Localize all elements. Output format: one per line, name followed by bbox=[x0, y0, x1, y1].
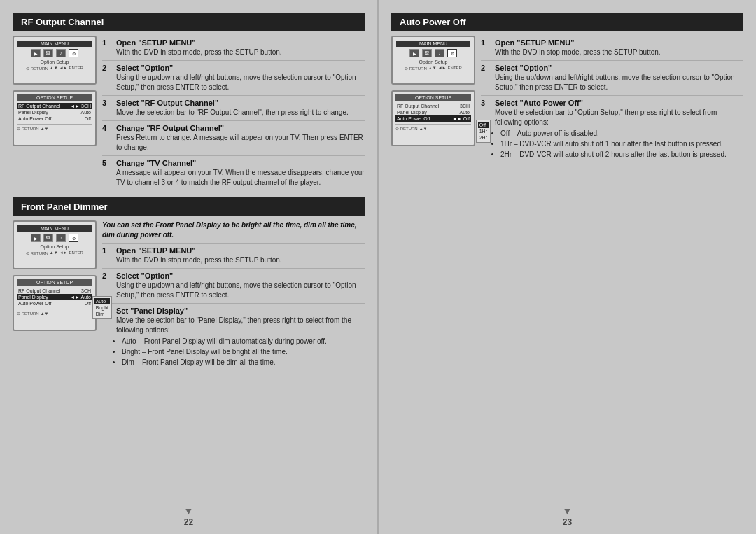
setup-icon-fp: ⚙ bbox=[69, 234, 78, 242]
step-fp-1: 1 Open "SETUP MENU" With the DVD in stop… bbox=[102, 243, 365, 268]
step-title-apo-1: Open "SETUP MENU" bbox=[495, 38, 743, 47]
nav-row-1: ⊙ RETURN▲▼◄►ENTER bbox=[18, 66, 92, 71]
setup-icon-apo: ⚙ bbox=[447, 49, 457, 57]
apo-bullet-1: Off – Auto power off is disabled. bbox=[500, 129, 743, 139]
fp-bullet-2: Bright – Front Panel Display will be bri… bbox=[122, 347, 365, 357]
apo-screens-col: MAIN MENU ▶ 🖼 ♪ ⚙ Option Setup ⊙ RETURN▲… bbox=[391, 36, 475, 163]
photo-icon-apo: 🖼 bbox=[422, 49, 432, 57]
main-menu-label-apo: MAIN MENU bbox=[396, 41, 470, 47]
fp-option-wrap: OPTION SETUP RF Output Channel 3CH Panel… bbox=[13, 275, 97, 331]
step-desc-fp-1: With the DVD in stop mode, press the SET… bbox=[116, 255, 365, 265]
music-icon-1: ♪ bbox=[56, 49, 66, 57]
step-title-apo-3: Select "Auto Power Off" bbox=[495, 99, 743, 107]
option-setup-screen-1: OPTION SETUP RF Output Channel ◄► 3CH Pa… bbox=[13, 90, 97, 146]
main-menu-label-1: MAIN MENU bbox=[18, 41, 92, 47]
step-rf-4: 4 Change "RF Output Channel" Press Retur… bbox=[102, 120, 365, 155]
side-opt-2hr: 2Hr bbox=[478, 134, 489, 141]
option-setup-bar-apo: OPTION SETUP bbox=[396, 94, 471, 101]
fp-italic-note: You can set the Front Panel Display to b… bbox=[102, 220, 365, 240]
tv-icons-row-1: ▶ 🖼 ♪ ⚙ bbox=[18, 49, 92, 57]
apo-bullet-3: 2Hr – DVD-VCR will auto shut off 2 hours… bbox=[500, 150, 743, 160]
left-page: RF Output Channel MAIN MENU ▶ 🖼 ♪ ⚙ Opti… bbox=[0, 0, 379, 534]
page-num-right: 23 bbox=[563, 517, 572, 527]
apo-bullet-list: Off – Auto power off is disabled. 1Hr – … bbox=[495, 129, 743, 160]
fp-bullet-1: Auto – Front Panel Display will dim auto… bbox=[122, 337, 365, 346]
step-title-fp-2: Select "Option" bbox=[116, 272, 365, 280]
fp-bullet-list: Auto – Front Panel Display will dim auto… bbox=[116, 337, 365, 367]
step-title-rf-5: Change "TV Channel" bbox=[116, 159, 365, 167]
option-setup-screen-apo: OPTION SETUP RF Output Channel 3CH Panel… bbox=[391, 90, 475, 146]
tv-icons-row-apo: ▶ 🖼 ♪ ⚙ bbox=[396, 49, 470, 57]
step-desc-rf-1: With the DVD in stop mode, press the SET… bbox=[116, 48, 365, 57]
option-row-auto-1: Auto Power Off Off bbox=[17, 115, 92, 122]
option-setup-label-fp: Option Setup bbox=[18, 244, 92, 249]
nav-row-apo: ⊙ RETURN▲▼◄►ENTER bbox=[396, 66, 470, 71]
nav-bottom-apo: ⊙ RETURN▲▼ bbox=[396, 124, 471, 131]
fp-bullet-3: Dim – Front Panel Display will be dim al… bbox=[122, 358, 365, 367]
step-desc-apo-1: With the DVD in stop mode, press the SET… bbox=[495, 48, 743, 57]
apo-steps-col: 1 Open "SETUP MENU" With the DVD in stop… bbox=[481, 36, 743, 163]
auto-power-off-title: Auto Power Off bbox=[391, 13, 743, 31]
option-row-rf-1: RF Output Channel ◄► 3CH bbox=[17, 103, 92, 109]
step-num-2: 2 bbox=[102, 64, 112, 92]
main-menu-screen-apo: MAIN MENU ▶ 🖼 ♪ ⚙ Option Setup ⊙ RETURN▲… bbox=[391, 36, 475, 85]
step-apo-1: 1 Open "SETUP MENU" With the DVD in stop… bbox=[481, 36, 743, 60]
step-num-3: 3 bbox=[102, 99, 112, 118]
step-rf-1: 1 Open "SETUP MENU" With the DVD in stop… bbox=[102, 36, 365, 60]
arrow-down-right: ▼ bbox=[563, 505, 573, 517]
panel-side-list: Auto Bright Dim bbox=[92, 296, 112, 319]
step-title-rf-2: Select "Option" bbox=[116, 64, 365, 72]
page-num-left: 22 bbox=[184, 517, 193, 527]
option-row-auto-fp: Auto Power Off Off bbox=[17, 300, 92, 307]
step-rf-3: 3 Select "RF Output Channel" Move the se… bbox=[102, 95, 365, 120]
side-opt-dim: Dim bbox=[94, 311, 110, 317]
rf-screens-col: MAIN MENU ▶ 🖼 ♪ ⚙ Option Setup ⊙ RETURN▲… bbox=[13, 36, 97, 190]
apo-bullet-2: 1Hr – DVD-VCR will auto shut off 1 hour … bbox=[500, 139, 743, 149]
step-title-fp-1: Open "SETUP MENU" bbox=[116, 246, 365, 255]
step-fp-num-1: 1 bbox=[102, 246, 112, 265]
right-page: Auto Power Off MAIN MENU ▶ 🖼 ♪ ⚙ Option … bbox=[379, 0, 756, 534]
step-title-apo-2: Select "Option" bbox=[495, 64, 743, 72]
front-panel-section-left: Front Panel Dimmer MAIN MENU ▶ 🖼 ♪ ⚙ Opt… bbox=[13, 197, 365, 521]
rf-output-section: RF Output Channel MAIN MENU ▶ 🖼 ♪ ⚙ Opti… bbox=[13, 13, 365, 190]
apo-side-list: Off 1Hr 2Hr bbox=[476, 120, 491, 143]
option-setup-label-apo: Option Setup bbox=[396, 59, 470, 64]
option-row-rf-fp: RF Output Channel 3CH bbox=[17, 288, 92, 294]
step-desc-rf-5: A message will appear on your TV. When t… bbox=[116, 168, 365, 188]
music-icon-apo: ♪ bbox=[435, 49, 444, 57]
step-title-rf-4: Change "RF Output Channel" bbox=[116, 124, 365, 132]
photo-icon-fp: 🖼 bbox=[43, 234, 53, 242]
step-apo-num-1: 1 bbox=[481, 38, 491, 57]
tv-icons-row-fp: ▶ 🖼 ♪ ⚙ bbox=[18, 234, 92, 242]
option-setup-screen-fp: OPTION SETUP RF Output Channel 3CH Panel… bbox=[13, 275, 97, 331]
setup-icon-1: ⚙ bbox=[69, 49, 78, 57]
side-opt-1hr: 1Hr bbox=[478, 128, 489, 134]
step-rf-5: 5 Change "TV Channel" A message will app… bbox=[102, 155, 365, 190]
step-num-1: 1 bbox=[102, 38, 112, 57]
apo-option-wrap: OPTION SETUP RF Output Channel 3CH Panel… bbox=[391, 90, 475, 146]
disc-icon-1: ▶ bbox=[31, 49, 41, 57]
step-desc-apo-2: Using the up/down and left/right buttons… bbox=[495, 73, 743, 92]
step-fp-2: 2 Select "Option" Using the up/down and … bbox=[102, 268, 365, 303]
option-setup-label-1: Option Setup bbox=[18, 59, 92, 64]
main-menu-screen-fp: MAIN MENU ▶ 🖼 ♪ ⚙ Option Setup ⊙ RETURN▲… bbox=[13, 220, 97, 269]
nav-bottom-1: ⊙ RETURN▲▼ bbox=[17, 124, 92, 131]
option-row-panel-1: Panel Display Auto bbox=[17, 109, 92, 115]
step-desc-apo-3: Move the selection bar to "Option Setup,… bbox=[495, 108, 743, 127]
nav-bottom-fp: ⊙ RETURN▲▼ bbox=[17, 309, 92, 316]
side-opt-bright: Bright bbox=[94, 304, 110, 311]
option-setup-bar-1: OPTION SETUP bbox=[17, 94, 92, 101]
rf-steps-col: 1 Open "SETUP MENU" With the DVD in stop… bbox=[102, 36, 365, 190]
rf-output-title: RF Output Channel bbox=[13, 13, 365, 31]
auto-power-off-section: Auto Power Off MAIN MENU ▶ 🖼 ♪ ⚙ Option … bbox=[391, 13, 743, 163]
step-num-4: 4 bbox=[102, 124, 112, 153]
front-panel-title: Front Panel Dimmer bbox=[13, 197, 365, 216]
option-row-panel-fp: Panel Display ◄► Auto bbox=[17, 294, 92, 300]
main-menu-screen-1: MAIN MENU ▶ 🖼 ♪ ⚙ Option Setup ⊙ RETURN▲… bbox=[13, 36, 97, 85]
music-icon-fp: ♪ bbox=[56, 234, 66, 242]
side-opt-auto: Auto bbox=[94, 298, 110, 304]
step-title-fp-3: Set "Panel Display" bbox=[116, 307, 365, 315]
step-desc-fp-2: Using the up/down and left/right buttons… bbox=[116, 281, 365, 300]
option-row-rf-apo: RF Output Channel 3CH bbox=[396, 103, 471, 109]
step-rf-2: 2 Select "Option" Using the up/down and … bbox=[102, 60, 365, 95]
